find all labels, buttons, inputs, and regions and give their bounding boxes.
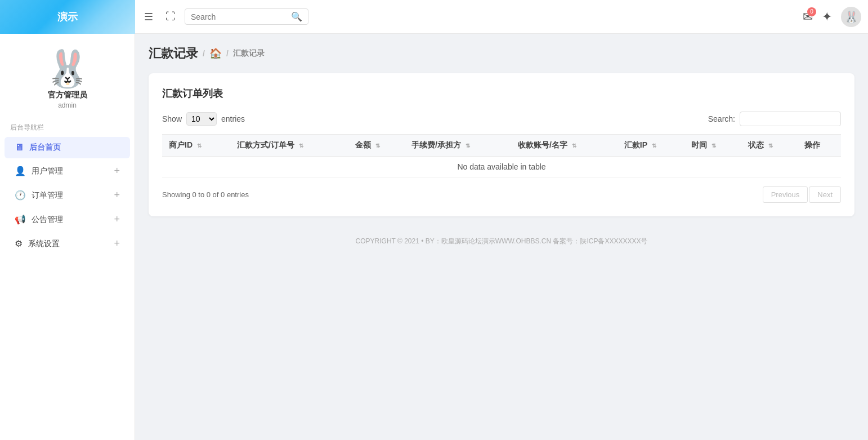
sidebar: 🐰 官方管理员 admin 后台导航栏 🖥 后台首页 👤 用户管理 + 🕐 订单…	[0, 34, 135, 440]
sidebar-item-dashboard[interactable]: 🖥 后台首页	[5, 137, 130, 158]
table-controls: Show 10 25 50 100 entries Search:	[162, 112, 841, 126]
dashboard-icon: 🖥	[15, 143, 24, 153]
col-amount-label: 金额	[355, 140, 371, 149]
sort-icon-ip[interactable]: ⇅	[652, 143, 656, 149]
table-body: No data available in table	[162, 157, 841, 177]
sort-icon-merchant-id[interactable]: ⇅	[197, 143, 202, 149]
sidebar-item-announcements-label: 公告管理	[32, 215, 114, 225]
breadcrumb-home-icon[interactable]: 🏠	[209, 47, 222, 60]
orders-expand-icon: +	[114, 189, 120, 201]
breadcrumb-current: 汇款记录	[233, 48, 265, 59]
breadcrumb-sep2: /	[226, 49, 229, 58]
footer-text: COPYRIGHT © 2021 • BY：欧皇源码论坛演示WWW.OHBBS.…	[356, 237, 648, 245]
sidebar-item-settings[interactable]: ⚙ 系统设置 +	[5, 232, 130, 255]
avatar-button[interactable]: 🐰	[841, 7, 861, 27]
sort-icon-amount[interactable]: ⇅	[375, 143, 380, 149]
card-title: 汇款订单列表	[162, 87, 841, 100]
header-controls: ☰ ⛶ 🔍	[141, 8, 308, 25]
user-profile: 🐰 官方管理员 admin	[0, 39, 135, 117]
pagination-buttons: Previous Next	[763, 186, 841, 203]
no-data-cell: No data available in table	[162, 157, 841, 177]
breadcrumb-sep1: /	[203, 49, 205, 58]
entries-label: entries	[221, 114, 245, 123]
table-search-input[interactable]	[740, 112, 841, 126]
announcements-icon: 📢	[15, 214, 26, 225]
orders-icon: 🕐	[15, 190, 26, 201]
col-status-label: 状态	[748, 140, 764, 149]
sidebar-item-dashboard-label: 后台首页	[29, 143, 120, 153]
col-account: 收款账号/名字 ⇅	[511, 135, 618, 157]
col-fee-label: 手续费/承担方	[411, 140, 461, 149]
col-action: 操作	[798, 135, 841, 157]
search-box: 🔍	[185, 8, 308, 25]
col-ip: 汇款IP ⇅	[618, 135, 685, 157]
col-payment-method: 汇款方式/订单号 ⇅	[230, 135, 348, 157]
next-button[interactable]: Next	[809, 186, 841, 203]
page-title: 汇款记录	[149, 45, 198, 62]
breadcrumb: 汇款记录 / 🏠 / 汇款记录	[149, 45, 854, 62]
table-search-area: Search:	[708, 112, 841, 126]
show-entries-control: Show 10 25 50 100 entries	[162, 112, 245, 126]
sort-icon-account[interactable]: ⇅	[572, 143, 576, 149]
footer: COPYRIGHT © 2021 • BY：欧皇源码论坛演示WWW.OHBBS.…	[149, 228, 854, 251]
apps-button[interactable]: ✦	[822, 10, 832, 24]
col-action-label: 操作	[804, 140, 820, 149]
settings-expand-icon: +	[114, 238, 120, 250]
col-merchant-id: 商户ID ⇅	[162, 135, 230, 157]
avatar-icon: 🐰	[844, 10, 858, 24]
user-avatar-icon: 🐰	[0, 51, 135, 87]
col-fee: 手续费/承担方 ⇅	[405, 135, 511, 157]
expand-icon: ⛶	[165, 11, 176, 22]
nav-section-title: 后台导航栏	[0, 117, 135, 136]
sidebar-item-settings-label: 系统设置	[28, 239, 114, 249]
showing-info: Showing 0 to 0 of 0 entries	[162, 190, 249, 199]
col-ip-label: 汇款IP	[624, 140, 647, 149]
col-account-label: 收款账号/名字	[518, 140, 567, 149]
col-amount: 金额 ⇅	[348, 135, 405, 157]
orders-table: 商户ID ⇅ 汇款方式/订单号 ⇅ 金额 ⇅ 手续费/承担方	[162, 134, 841, 177]
users-expand-icon: +	[114, 165, 120, 177]
col-time-label: 时间	[691, 140, 707, 149]
announcements-expand-icon: +	[114, 214, 120, 225]
users-icon: 👤	[15, 166, 26, 176]
sort-icon-fee[interactable]: ⇅	[466, 143, 470, 149]
notification-button[interactable]: ✉ 0	[803, 10, 813, 24]
sidebar-item-users-label: 用户管理	[32, 166, 114, 176]
search-input[interactable]	[191, 12, 291, 21]
logo-text: 演示	[57, 10, 78, 24]
top-header: 演示 ☰ ⛶ 🔍 ✉ 0 ✦ 🐰	[0, 0, 868, 34]
previous-button[interactable]: Previous	[763, 186, 808, 203]
col-merchant-id-label: 商户ID	[169, 140, 193, 149]
col-payment-method-label: 汇款方式/订单号	[237, 140, 294, 149]
entries-per-page-select[interactable]: 10 25 50 100	[186, 112, 217, 126]
menu-icon: ☰	[144, 11, 153, 23]
sidebar-item-announcements[interactable]: 📢 公告管理 +	[5, 208, 130, 231]
user-name: 官方管理员	[0, 90, 135, 100]
apps-icon: ✦	[822, 10, 832, 24]
sort-icon-status[interactable]: ⇅	[768, 143, 773, 149]
no-data-row: No data available in table	[162, 157, 841, 177]
header-right: ✉ 0 ✦ 🐰	[803, 7, 861, 27]
main-content: 汇款记录 / 🏠 / 汇款记录 汇款订单列表 Show 10 25 50 100	[135, 34, 868, 440]
user-role: admin	[0, 101, 135, 109]
sort-icon-payment-method[interactable]: ⇅	[299, 143, 303, 149]
show-label: Show	[162, 114, 182, 123]
order-list-card: 汇款订单列表 Show 10 25 50 100 entries Search:	[149, 73, 854, 216]
col-time: 时间 ⇅	[684, 135, 741, 157]
table-header-row: 商户ID ⇅ 汇款方式/订单号 ⇅ 金额 ⇅ 手续费/承担方	[162, 135, 841, 157]
sidebar-item-orders[interactable]: 🕐 订单管理 +	[5, 184, 130, 207]
menu-toggle-button[interactable]: ☰	[141, 8, 156, 25]
table-search-label: Search:	[708, 114, 735, 123]
notification-badge: 0	[807, 7, 816, 16]
pagination-row: Showing 0 to 0 of 0 entries Previous Nex…	[162, 186, 841, 203]
logo-area: 演示	[0, 0, 135, 34]
sidebar-item-orders-label: 订单管理	[32, 190, 114, 201]
search-button[interactable]: 🔍	[291, 11, 302, 22]
expand-button[interactable]: ⛶	[162, 8, 179, 25]
sidebar-item-users[interactable]: 👤 用户管理 +	[5, 159, 130, 183]
col-status: 状态 ⇅	[741, 135, 798, 157]
layout: 🐰 官方管理员 admin 后台导航栏 🖥 后台首页 👤 用户管理 + 🕐 订单…	[0, 0, 868, 440]
table-header: 商户ID ⇅ 汇款方式/订单号 ⇅ 金额 ⇅ 手续费/承担方	[162, 135, 841, 157]
settings-icon: ⚙	[15, 238, 23, 249]
sort-icon-time[interactable]: ⇅	[712, 143, 716, 149]
